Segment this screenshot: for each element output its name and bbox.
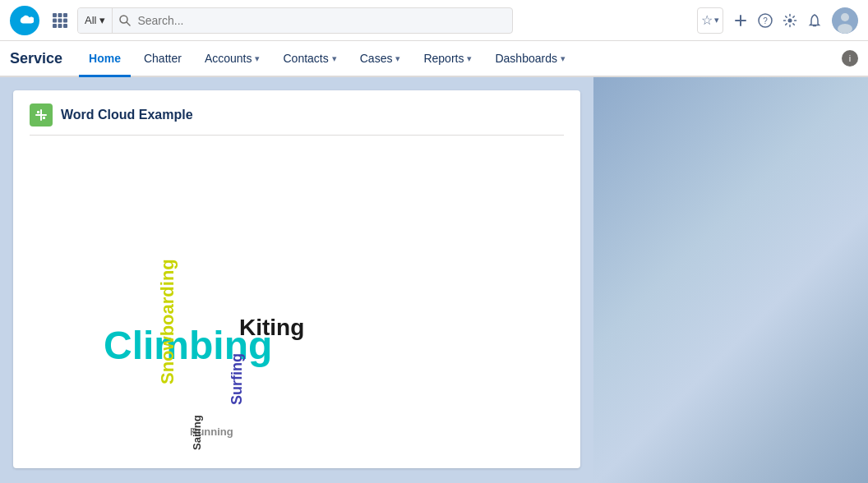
favorites-chevron: ▾ xyxy=(714,15,719,25)
notifications-button[interactable] xyxy=(807,13,822,28)
svg-rect-5 xyxy=(63,18,67,22)
main-content: Word Cloud Example ClimbingKitingSnowboa… xyxy=(0,77,868,483)
favorites-button[interactable]: ☆ ▾ xyxy=(697,7,723,34)
search-scope-chevron: ▾ xyxy=(99,14,105,26)
nav-bar: Service Home Chatter Accounts ▾ Contacts… xyxy=(0,41,868,77)
nav-dashboards-label: Dashboards xyxy=(495,52,557,65)
svg-rect-7 xyxy=(58,24,62,28)
svg-rect-1 xyxy=(58,13,62,17)
word-cloud-word[interactable]: Sailing xyxy=(191,415,203,450)
word-cloud-word[interactable]: Snowboarding xyxy=(157,259,178,384)
svg-rect-4 xyxy=(58,18,62,22)
nav-item-home[interactable]: Home xyxy=(79,41,131,77)
svg-rect-23 xyxy=(43,117,45,119)
accounts-chevron-icon: ▾ xyxy=(255,53,260,64)
avatar[interactable] xyxy=(832,7,858,34)
nav-item-dashboards[interactable]: Dashboards ▾ xyxy=(485,41,575,77)
nav-item-chatter[interactable]: Chatter xyxy=(134,41,192,77)
nav-cases-label: Cases xyxy=(360,52,393,65)
contacts-chevron-icon: ▾ xyxy=(332,53,337,64)
svg-point-15 xyxy=(788,18,792,22)
svg-rect-12 xyxy=(735,20,746,21)
cases-chevron-icon: ▾ xyxy=(395,53,400,64)
svg-rect-0 xyxy=(53,13,57,17)
nav-item-accounts[interactable]: Accounts ▾ xyxy=(195,41,270,77)
search-icon xyxy=(113,15,137,26)
search-input[interactable] xyxy=(137,14,512,27)
star-icon: ☆ xyxy=(701,12,713,28)
nav-info-button[interactable]: i xyxy=(842,50,858,67)
nav-item-reports[interactable]: Reports ▾ xyxy=(413,41,482,77)
app-name: Service xyxy=(10,50,62,67)
nav-chatter-label: Chatter xyxy=(144,52,182,65)
search-container: All ▾ xyxy=(77,7,513,34)
dashboards-chevron-icon: ▾ xyxy=(561,53,566,64)
card-header: Word Cloud Example xyxy=(30,104,564,136)
card-title: Word Cloud Example xyxy=(61,108,193,122)
search-scope-label: All xyxy=(85,14,96,26)
nav-reports-label: Reports xyxy=(423,52,464,65)
sidebar-background xyxy=(593,77,868,483)
nav-home-label: Home xyxy=(89,52,121,65)
svg-point-19 xyxy=(838,24,852,34)
nav-accounts-label: Accounts xyxy=(205,52,252,65)
word-cloud-word[interactable]: Kiting xyxy=(239,315,304,341)
salesforce-logo[interactable] xyxy=(10,6,39,35)
svg-line-10 xyxy=(127,22,130,25)
svg-rect-8 xyxy=(63,24,67,28)
settings-button[interactable] xyxy=(783,13,797,28)
svg-point-18 xyxy=(841,13,849,21)
nav-item-cases[interactable]: Cases ▾ xyxy=(350,41,411,77)
svg-rect-22 xyxy=(37,111,39,113)
top-actions: ☆ ▾ ? xyxy=(697,7,858,34)
reports-chevron-icon: ▾ xyxy=(467,53,472,64)
nav-item-contacts[interactable]: Contacts ▾ xyxy=(273,41,346,77)
card-area: Word Cloud Example ClimbingKitingSnowboa… xyxy=(0,77,593,483)
svg-rect-6 xyxy=(53,24,57,28)
svg-rect-21 xyxy=(40,109,42,121)
search-scope-selector[interactable]: All ▾ xyxy=(78,8,113,33)
add-button[interactable] xyxy=(733,13,748,28)
top-bar: All ▾ ☆ ▾ ? xyxy=(0,0,868,41)
svg-text:?: ? xyxy=(763,16,768,25)
svg-rect-2 xyxy=(63,13,67,17)
word-cloud-word[interactable]: Surfing xyxy=(229,353,246,405)
app-launcher-icon[interactable] xyxy=(53,13,67,28)
word-cloud-card: Word Cloud Example ClimbingKitingSnowboa… xyxy=(13,90,580,468)
help-button[interactable]: ? xyxy=(758,13,773,28)
svg-rect-3 xyxy=(53,18,57,22)
word-cloud-area: ClimbingKitingSnowboardingSurfingRunning… xyxy=(30,142,564,462)
nav-contacts-label: Contacts xyxy=(283,52,328,65)
card-icon xyxy=(30,104,53,126)
